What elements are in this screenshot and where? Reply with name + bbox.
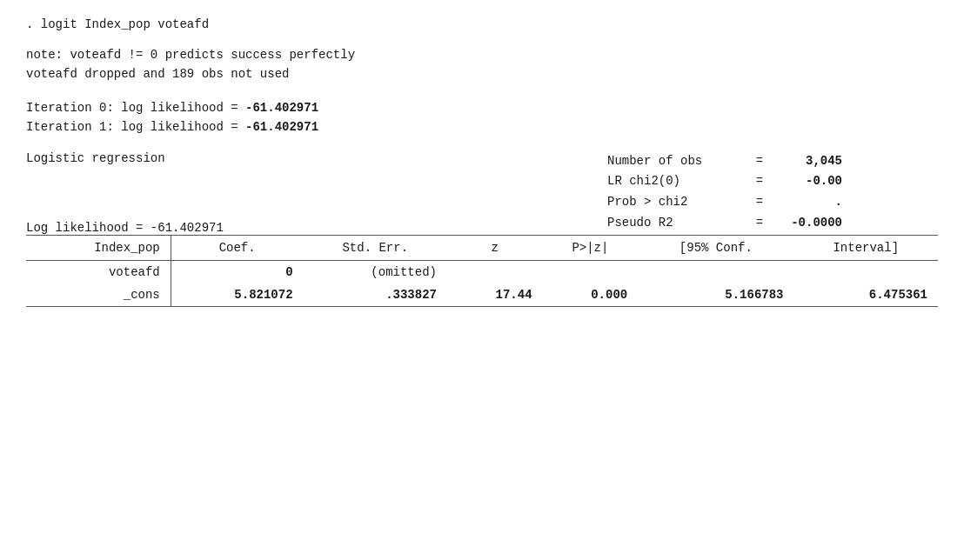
note-line1: note: voteafd != 0 predicts success perf…	[26, 45, 938, 64]
iter0-value: -61.402971	[245, 101, 318, 115]
iteration-0: Iteration 0: log likelihood = -61.402971	[26, 98, 938, 117]
prob-val: .	[773, 192, 842, 213]
col-header-p: P>|z|	[543, 235, 639, 260]
prob-row: Prob > chi2 = .	[607, 192, 938, 213]
n-obs-val: 3,045	[773, 151, 842, 172]
row-voteafd-name: voteafd	[26, 260, 171, 283]
iter0-label: Iteration 0:	[26, 101, 114, 115]
row-voteafd-ci-low	[638, 260, 793, 283]
stats-section: Logistic regression Log likelihood = -61…	[26, 151, 938, 235]
iter1-text: log likelihood =	[114, 120, 245, 134]
command-text: . logit Index_pop voteafd	[26, 17, 209, 31]
row-voteafd-z	[447, 260, 543, 283]
iter0-text: log likelihood =	[114, 101, 245, 115]
col-header-stderr: Std. Err.	[304, 235, 447, 260]
lr-chi2-eq: =	[746, 171, 773, 192]
row-voteafd-ci-high	[794, 260, 938, 283]
row-cons-p: 0.000	[543, 283, 639, 307]
row-voteafd-omitted: (omitted)	[304, 260, 447, 283]
lr-chi2-row: LR chi2(0) = -0.00	[607, 171, 938, 192]
n-obs-row: Number of obs = 3,045	[607, 151, 938, 172]
col-header-z: z	[447, 235, 543, 260]
iteration-block: Iteration 0: log likelihood = -61.402971…	[26, 98, 938, 137]
command-line: . logit Index_pop voteafd	[26, 17, 938, 31]
output-area: . logit Index_pop voteafd note: voteafd …	[26, 17, 938, 307]
n-obs-label: Number of obs	[607, 151, 746, 172]
col-header-ci-high: Interval]	[794, 235, 938, 260]
row-voteafd-coef: 0	[171, 260, 303, 283]
pseudo-r2-val: -0.0000	[773, 213, 842, 234]
results-table: Index_pop Coef. Std. Err. z P>|z| [95% C…	[26, 235, 938, 307]
log-likelihood-line: Log likelihood = -61.402971	[26, 221, 607, 235]
log-likelihood-text: Log likelihood = -61.402971	[26, 221, 224, 235]
pseudo-r2-row: Pseudo R2 = -0.0000	[607, 213, 938, 234]
col-header-dep: Index_pop	[26, 235, 171, 260]
iteration-1: Iteration 1: log likelihood = -61.402971	[26, 117, 938, 137]
stats-right: Number of obs = 3,045 LR chi2(0) = -0.00…	[607, 151, 938, 234]
row-cons-ci-high: 6.475361	[794, 283, 938, 307]
row-cons-ci-low: 5.166783	[638, 283, 793, 307]
col-header-coef: Coef.	[171, 235, 303, 260]
n-obs-eq: =	[746, 151, 773, 172]
pseudo-r2-label: Pseudo R2	[607, 213, 746, 234]
row-voteafd-p	[543, 260, 639, 283]
prob-eq: =	[746, 192, 773, 213]
table-header-row: Index_pop Coef. Std. Err. z P>|z| [95% C…	[26, 235, 938, 260]
results-table-wrapper: Index_pop Coef. Std. Err. z P>|z| [95% C…	[26, 235, 938, 307]
lr-chi2-label: LR chi2(0)	[607, 171, 746, 192]
row-cons-coef: 5.821072	[171, 283, 303, 307]
row-cons-name: _cons	[26, 283, 171, 307]
iter1-value: -61.402971	[245, 120, 318, 134]
col-header-ci-low: [95% Conf.	[638, 235, 793, 260]
note-block: note: voteafd != 0 predicts success perf…	[26, 45, 938, 84]
table-row: voteafd 0 (omitted)	[26, 260, 938, 283]
row-cons-z: 17.44	[447, 283, 543, 307]
lr-chi2-val: -0.00	[773, 171, 842, 192]
prob-label: Prob > chi2	[607, 192, 746, 213]
row-cons-stderr: .333827	[304, 283, 447, 307]
model-title: Logistic regression	[26, 151, 607, 165]
table-row: _cons 5.821072 .333827 17.44 0.000 5.166…	[26, 283, 938, 307]
pseudo-r2-eq: =	[746, 213, 773, 234]
note-line2: voteafd dropped and 189 obs not used	[26, 64, 938, 83]
iter1-label: Iteration 1:	[26, 120, 114, 134]
stats-left: Logistic regression Log likelihood = -61…	[26, 151, 607, 235]
